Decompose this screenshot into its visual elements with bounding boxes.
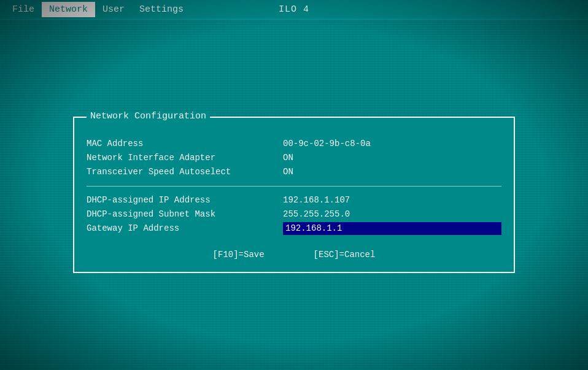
transceiver-value: ON (283, 166, 501, 179)
transceiver-label: Transceiver Speed Autoselect (87, 166, 283, 179)
network-info-values: 00-9c-02-9b-c8-0a ON ON (283, 137, 501, 179)
menubar: ILO 4 File Network User Settings (0, 0, 588, 20)
menu-settings[interactable]: Settings (132, 2, 191, 17)
nic-label: Network Interface Adapter (87, 152, 283, 164)
menu-user[interactable]: User (95, 2, 132, 17)
dialog-footer: [F10]=Save [ESC]=Cancel (87, 250, 501, 260)
menu-file[interactable]: File (5, 2, 42, 17)
network-info-labels: MAC Address Network Interface Adapter Tr… (87, 137, 283, 179)
dialog-title: Network Configuration (87, 111, 210, 121)
network-info-section: MAC Address Network Interface Adapter Tr… (87, 133, 501, 183)
mac-address-label: MAC Address (87, 137, 283, 150)
dhcp-subnet-value: 255.255.255.0 (283, 208, 501, 221)
screen: ILO 4 File Network User Settings Network… (0, 0, 588, 370)
dhcp-ip-value: 192.168.1.107 (283, 194, 501, 207)
dhcp-subnet-label: DHCP-assigned Subnet Mask (87, 208, 283, 221)
save-button[interactable]: [F10]=Save (213, 250, 265, 260)
mac-address-value: 00-9c-02-9b-c8-0a (283, 137, 501, 150)
menu-network[interactable]: Network (42, 2, 95, 17)
gateway-value[interactable]: 192.168.1.1 (283, 222, 501, 235)
network-config-dialog: Network Configuration MAC Address Networ… (73, 117, 515, 273)
section-divider (87, 186, 501, 187)
ip-info-labels: DHCP-assigned IP Address DHCP-assigned S… (87, 194, 283, 235)
app-title: ILO 4 (279, 4, 309, 15)
gateway-label: Gateway IP Address (87, 222, 283, 235)
ip-info-values: 192.168.1.107 255.255.255.0 192.168.1.1 (283, 194, 501, 235)
main-content: Network Configuration MAC Address Networ… (0, 20, 588, 370)
ip-info-section: DHCP-assigned IP Address DHCP-assigned S… (87, 189, 501, 240)
dhcp-ip-label: DHCP-assigned IP Address (87, 194, 283, 207)
cancel-button[interactable]: [ESC]=Cancel (314, 250, 376, 260)
dialog-body: MAC Address Network Interface Adapter Tr… (87, 133, 501, 260)
nic-value: ON (283, 152, 501, 164)
